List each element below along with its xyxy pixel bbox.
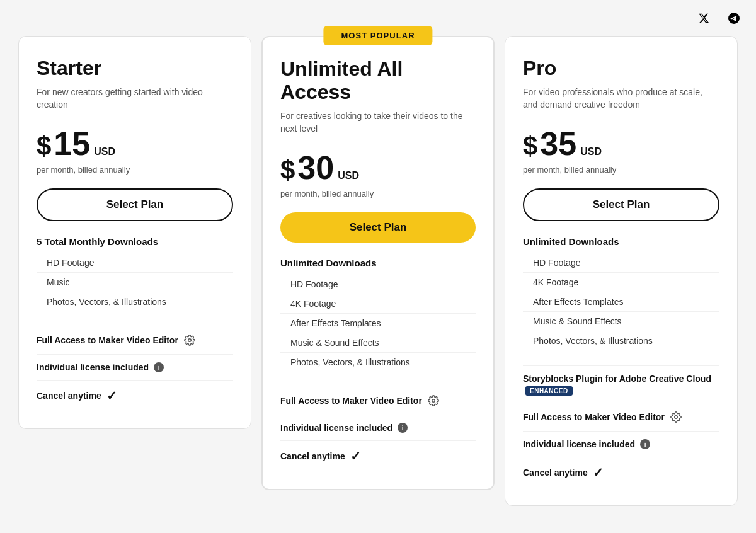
price-billing-pro: per month, billed annually bbox=[523, 165, 719, 175]
plan-name-starter: Starter bbox=[37, 57, 233, 80]
footer-feature-label: Individual license included bbox=[37, 362, 149, 372]
twitter-icon bbox=[698, 13, 709, 26]
plan-card-pro: ProFor video professionals who produce a… bbox=[505, 36, 738, 506]
price-row-pro: $ 35 USD bbox=[523, 125, 719, 163]
feature-item: After Effects Templates bbox=[280, 314, 476, 333]
footer-feature-0: Full Access to Maker Video Editor bbox=[37, 326, 233, 354]
footer-feature-label: Cancel anytime bbox=[523, 467, 588, 478]
feature-item: 4K Footage bbox=[523, 273, 719, 292]
telegram-link[interactable] bbox=[728, 13, 743, 26]
footer-features-unlimited: Full Access to Maker Video Editor Indivi… bbox=[280, 387, 476, 471]
enhanced-badge: ENHANCED bbox=[525, 386, 573, 396]
feature-list-unlimited: HD Footage4K FootageAfter Effects Templa… bbox=[280, 275, 476, 372]
storyblocks-plugin-pro: Storyblocks Plugin for Adobe Creative Cl… bbox=[523, 365, 719, 398]
svg-point-1 bbox=[432, 399, 435, 403]
check-icon: ✓ bbox=[350, 449, 361, 464]
price-usd-starter: USD bbox=[94, 146, 115, 158]
telegram-icon bbox=[728, 13, 740, 26]
downloads-header-unlimited: Unlimited Downloads bbox=[280, 258, 476, 268]
plan-description-unlimited: For creatives looking to take their vide… bbox=[280, 110, 476, 135]
storyblocks-plugin-label: Storyblocks Plugin for Adobe Creative Cl… bbox=[523, 374, 711, 384]
svg-point-0 bbox=[188, 339, 192, 342]
price-usd-pro: USD bbox=[580, 146, 602, 158]
plan-card-unlimited: MOST POPULARUnlimited All AccessFor crea… bbox=[261, 36, 495, 490]
price-dollar-pro: $ bbox=[523, 131, 537, 161]
info-icon: i bbox=[640, 439, 650, 449]
footer-feature-2: Cancel anytime✓ bbox=[280, 440, 476, 471]
footer-feature-label: Full Access to Maker Video Editor bbox=[37, 335, 178, 345]
price-dollar-unlimited: $ bbox=[280, 155, 295, 185]
price-row-unlimited: $ 30 USD bbox=[280, 149, 476, 186]
gear-icon bbox=[427, 394, 440, 407]
feature-item: After Effects Templates bbox=[523, 292, 719, 312]
price-billing-unlimited: per month, billed annually bbox=[280, 189, 476, 198]
feature-item: Music bbox=[37, 273, 233, 292]
feature-list-pro: HD Footage4K FootageAfter Effects Templa… bbox=[523, 253, 719, 350]
select-plan-button-starter[interactable]: Select Plan bbox=[37, 188, 233, 221]
footer-feature-1: Individual license includedi bbox=[37, 354, 233, 380]
footer-feature-1: Individual license includedi bbox=[523, 431, 719, 457]
footer-feature-2: Cancel anytime✓ bbox=[37, 380, 233, 411]
price-row-starter: $ 15 USD bbox=[37, 125, 233, 163]
downloads-header-pro: Unlimited Downloads bbox=[523, 236, 719, 247]
gear-icon bbox=[183, 334, 196, 347]
footer-feature-1: Individual license includedi bbox=[280, 415, 476, 440]
footer-feature-label: Cancel anytime bbox=[280, 451, 345, 461]
footer-feature-2: Cancel anytime✓ bbox=[523, 457, 719, 488]
check-icon: ✓ bbox=[593, 465, 604, 480]
footer-features-pro: Full Access to Maker Video Editor Indivi… bbox=[523, 403, 719, 488]
feature-item: Photos, Vectors, & Illustrations bbox=[523, 331, 719, 350]
footer-feature-0: Full Access to Maker Video Editor bbox=[523, 403, 719, 431]
feature-item: HD Footage bbox=[280, 275, 476, 294]
plan-card-starter: StarterFor new creators getting started … bbox=[18, 36, 251, 429]
price-amount-starter: 15 bbox=[54, 125, 90, 163]
svg-point-2 bbox=[675, 416, 678, 419]
footer-feature-label: Individual license included bbox=[523, 439, 635, 449]
info-icon: i bbox=[398, 423, 408, 433]
price-usd-unlimited: USD bbox=[338, 170, 359, 181]
feature-item: Music & Sound Effects bbox=[523, 312, 719, 331]
footer-feature-label: Individual license included bbox=[280, 423, 392, 433]
price-dollar-starter: $ bbox=[37, 131, 51, 161]
top-bar bbox=[13, 13, 743, 26]
info-icon: i bbox=[154, 362, 164, 372]
select-plan-button-unlimited[interactable]: Select Plan bbox=[280, 212, 476, 243]
feature-item: Music & Sound Effects bbox=[280, 333, 476, 353]
feature-item: Photos, Vectors, & Illustrations bbox=[280, 353, 476, 372]
feature-item: Photos, Vectors, & Illustrations bbox=[37, 292, 233, 311]
feature-list-starter: HD FootageMusicPhotos, Vectors, & Illust… bbox=[37, 253, 233, 311]
feature-item: 4K Footage bbox=[280, 294, 476, 314]
feature-item: HD Footage bbox=[523, 253, 719, 273]
feature-item: HD Footage bbox=[37, 253, 233, 273]
footer-feature-label: Full Access to Maker Video Editor bbox=[280, 396, 422, 406]
plan-name-pro: Pro bbox=[523, 57, 719, 80]
twitter-link[interactable] bbox=[698, 13, 713, 26]
plans-container: StarterFor new creators getting started … bbox=[13, 36, 743, 506]
check-icon: ✓ bbox=[106, 388, 117, 403]
plan-description-starter: For new creators getting started with vi… bbox=[37, 86, 233, 111]
select-plan-button-pro[interactable]: Select Plan bbox=[523, 188, 719, 221]
footer-feature-0: Full Access to Maker Video Editor bbox=[280, 387, 476, 415]
downloads-header-starter: 5 Total Monthly Downloads bbox=[37, 236, 233, 247]
footer-feature-label: Full Access to Maker Video Editor bbox=[523, 412, 665, 422]
price-amount-pro: 35 bbox=[540, 125, 576, 163]
footer-feature-label: Cancel anytime bbox=[37, 391, 101, 401]
most-popular-badge: MOST POPULAR bbox=[323, 26, 432, 45]
price-amount-unlimited: 30 bbox=[297, 149, 334, 186]
footer-features-starter: Full Access to Maker Video Editor Indivi… bbox=[37, 326, 233, 411]
plan-description-pro: For video professionals who produce at s… bbox=[523, 86, 719, 111]
price-billing-starter: per month, billed annually bbox=[37, 165, 233, 175]
plan-name-unlimited: Unlimited All Access bbox=[280, 57, 476, 104]
gear-icon bbox=[670, 411, 682, 423]
